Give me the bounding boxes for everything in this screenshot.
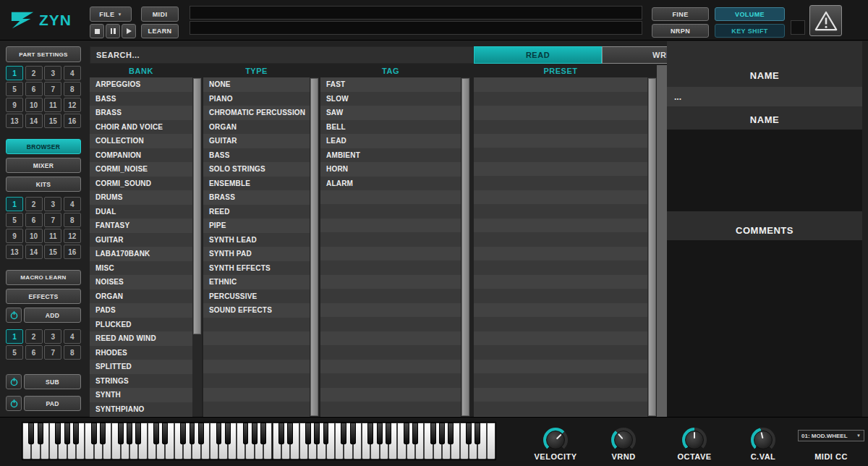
tag-list-item[interactable]: SLOW [320, 92, 461, 106]
search-input[interactable] [90, 46, 474, 64]
pause-button[interactable] [106, 24, 120, 38]
sub-synth-button[interactable]: SUB [24, 374, 81, 389]
bank-list-item[interactable]: BRASS [90, 106, 192, 120]
bank-list-item[interactable]: RHODES [90, 346, 192, 360]
slot-button-15[interactable]: 15 [44, 114, 61, 128]
sidebar-item-browser[interactable]: BROWSER [6, 139, 81, 154]
tag-list-item[interactable]: AMBIENT [320, 148, 461, 163]
comments-box[interactable] [667, 240, 862, 417]
key-shift-mode-button[interactable]: KEY SHIFT [715, 24, 785, 38]
sidebar-item-kits[interactable]: KITS [6, 177, 81, 192]
preset-name-field[interactable]: ... [667, 87, 862, 106]
piano-black-key[interactable] [386, 423, 391, 444]
type-list-item[interactable]: ETHNIC [203, 275, 310, 289]
piano-black-key[interactable] [118, 423, 124, 444]
piano-black-key[interactable] [127, 423, 132, 444]
slot-button-7[interactable]: 7 [44, 213, 61, 227]
stop-button[interactable] [90, 24, 104, 38]
slot-button-8[interactable]: 8 [64, 213, 81, 227]
tag-list-item[interactable]: HORN [320, 162, 461, 177]
bank-list-item[interactable]: MISC [90, 261, 192, 276]
slot-button-8[interactable]: 8 [64, 345, 81, 360]
slot-button-13[interactable]: 13 [6, 245, 23, 259]
add-enable-toggle[interactable] [6, 308, 22, 323]
slot-button-11[interactable]: 11 [44, 98, 61, 112]
slot-button-11[interactable]: 11 [44, 229, 61, 243]
piano-black-key[interactable] [28, 423, 34, 444]
piano-black-key[interactable] [377, 423, 383, 444]
piano-black-key[interactable] [367, 423, 373, 444]
type-list-item[interactable]: GUITAR [203, 134, 310, 148]
bank-list-item[interactable]: SYNTHPIANO [90, 402, 192, 417]
bank-scrollbar[interactable] [192, 77, 202, 417]
piano-black-key[interactable] [314, 423, 320, 444]
bank-list-item[interactable]: SYNTH [90, 388, 192, 402]
type-list-item[interactable]: BASS [203, 148, 310, 163]
tag-scrollbar[interactable] [461, 77, 470, 417]
macro-learn-button[interactable]: MACRO LEARN [6, 270, 81, 285]
piano-black-key[interactable] [278, 423, 284, 444]
piano-black-key[interactable] [430, 423, 436, 444]
type-list-item[interactable]: SOLO STRINGS [203, 162, 310, 177]
midi-button[interactable]: MIDI [141, 7, 179, 22]
piano-black-key[interactable] [38, 423, 43, 444]
type-list-item[interactable]: PIANO [203, 92, 310, 106]
slot-button-1[interactable]: 1 [6, 329, 23, 344]
fine-button[interactable]: FINE [652, 7, 709, 21]
type-list-item[interactable]: CHROMATIC PERCUSSION [203, 106, 310, 120]
slot-button-15[interactable]: 15 [44, 245, 61, 259]
slot-button-5[interactable]: 5 [6, 213, 23, 227]
panic-button[interactable] [809, 5, 842, 36]
slot-button-16[interactable]: 16 [64, 245, 81, 259]
slot-button-1[interactable]: 1 [6, 66, 23, 80]
slot-button-4[interactable]: 4 [64, 197, 81, 211]
slot-button-1[interactable]: 1 [6, 197, 23, 211]
piano-black-key[interactable] [323, 423, 329, 444]
bank-list-item[interactable]: SPLITTED [90, 360, 192, 374]
pad-enable-toggle[interactable] [6, 396, 22, 411]
piano-black-key[interactable] [341, 423, 346, 444]
type-list-item[interactable]: NONE [203, 77, 310, 92]
type-scrollbar[interactable] [310, 77, 319, 417]
type-list-item[interactable]: SYNTH LEAD [203, 233, 310, 247]
slot-button-2[interactable]: 2 [25, 329, 43, 344]
type-list-item[interactable]: BRASS [203, 190, 310, 205]
slot-button-3[interactable]: 3 [44, 66, 61, 80]
bank-list-item[interactable]: PADS [90, 303, 192, 318]
piano-black-key[interactable] [448, 423, 454, 444]
play-button[interactable] [122, 24, 136, 38]
tag-list-item[interactable]: LEAD [320, 134, 461, 148]
bank-list-item[interactable]: BASS [90, 92, 192, 106]
tag-list-item[interactable]: FAST [320, 77, 461, 92]
tab-read[interactable]: READ [474, 46, 602, 64]
piano-white-key[interactable] [487, 423, 495, 459]
velocity-knob[interactable] [543, 428, 568, 452]
type-list-item[interactable]: SYNTH EFFECTS [203, 261, 310, 276]
piano-black-key[interactable] [260, 423, 266, 444]
piano-black-key[interactable] [135, 423, 141, 444]
vrnd-knob[interactable] [611, 428, 636, 452]
slot-button-6[interactable]: 6 [25, 82, 43, 96]
piano-black-key[interactable] [475, 423, 480, 444]
slot-button-4[interactable]: 4 [64, 329, 81, 344]
piano-black-key[interactable] [91, 423, 97, 444]
piano-black-key[interactable] [412, 423, 418, 444]
bank-list-item[interactable]: DUAL [90, 205, 192, 219]
bank-list-item[interactable]: COLLECTION [90, 134, 192, 148]
piano-black-key[interactable] [350, 423, 356, 444]
slot-button-8[interactable]: 8 [64, 82, 81, 96]
slot-button-3[interactable]: 3 [44, 197, 61, 211]
bank-list-item[interactable]: CHOIR AND VOICE [90, 120, 192, 135]
piano-black-key[interactable] [153, 423, 159, 444]
bank-list-item[interactable]: REED AND WIND [90, 331, 192, 346]
piano-black-key[interactable] [198, 423, 204, 444]
piano-black-key[interactable] [466, 423, 472, 444]
bank-list-item[interactable]: GUITAR [90, 233, 192, 247]
learn-button[interactable]: LEARN [141, 24, 179, 38]
slot-button-14[interactable]: 14 [25, 114, 43, 128]
tag-list-item[interactable]: ALARM [320, 177, 461, 191]
slot-button-5[interactable]: 5 [6, 82, 23, 96]
bank-list-item[interactable]: ORGAN [90, 289, 192, 304]
midi-cc-select[interactable]: 01: MOD.WHEEL ▼ [798, 430, 864, 441]
slot-button-4[interactable]: 4 [64, 66, 81, 80]
